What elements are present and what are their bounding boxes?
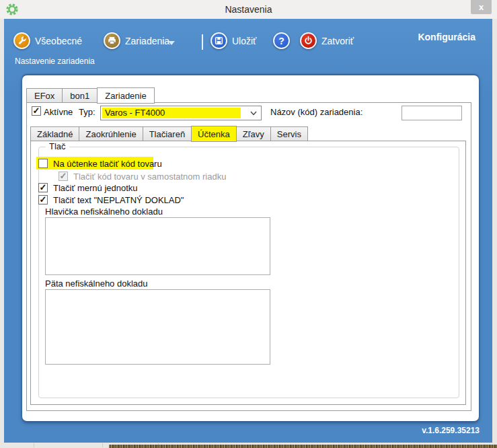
- header-doc-label: Hlavička nefiskálneho dokladu: [45, 207, 163, 217]
- help-icon: ?: [273, 32, 290, 49]
- print-item-code-checkbox[interactable]: [38, 159, 48, 168]
- active-checkbox[interactable]: ✓: [32, 106, 41, 116]
- tab-zaokruhlenie[interactable]: Zaokrúhlenie: [79, 126, 142, 141]
- tab-bon1[interactable]: bon1: [62, 88, 97, 103]
- print-invalid-doc-label: Tlačiť text "NEPLATNÝ DOKLAD": [53, 195, 184, 205]
- wrench-icon: [13, 32, 30, 49]
- close-config-label: Zatvoriť: [321, 36, 354, 46]
- print-item-code-label: Na účtenke tlačiť kód tovaru: [53, 159, 162, 169]
- tab-zlavy[interactable]: Zľavy: [237, 126, 270, 141]
- active-label: Aktívne: [44, 107, 73, 117]
- print-unit-label: Tlačiť mernú jednotku: [53, 183, 138, 193]
- combo-chevron-down-icon: [250, 111, 257, 116]
- check-icon: ✓: [33, 106, 40, 116]
- print-unit-checkbox[interactable]: ✓: [38, 183, 48, 192]
- device-type-value: Varos - FT4000: [102, 108, 241, 118]
- tab-uctenka[interactable]: Účtenka: [191, 126, 237, 142]
- tab-efox[interactable]: EFox: [26, 88, 62, 103]
- check-icon: ✓: [60, 171, 67, 181]
- brand-title: Konfigurácia: [418, 32, 475, 42]
- tab-zakladne[interactable]: Základné: [30, 126, 79, 141]
- close-config-button[interactable]: Zatvoriť: [300, 32, 354, 49]
- devices-button[interactable]: Zariadenia: [104, 32, 169, 49]
- footer-doc-label: Päta nefiskálneho dokladu: [45, 278, 148, 289]
- power-icon: [300, 32, 317, 49]
- version-label: v.1.6.259.35213: [422, 426, 480, 435]
- print-group-title: Tlač: [46, 141, 69, 151]
- item-code-own-line-checkbox: ✓: [59, 172, 68, 181]
- settings-panel: EFox bon1 Zariadenie ✓ Aktívne Typ: Varo…: [22, 75, 479, 421]
- devices-label: Zariadenia: [125, 36, 169, 46]
- frame-divider: [102, 443, 103, 447]
- help-button[interactable]: ?: [273, 32, 290, 49]
- save-button[interactable]: Uložiť: [211, 32, 256, 49]
- tab-zariadenie[interactable]: Zariadenie: [97, 87, 154, 104]
- question-mark-glyph: ?: [278, 36, 284, 46]
- device-name-label: Názov (kód) zariadenia:: [270, 107, 362, 117]
- settings-window: Nastavenia x Všeobecné Zariadenia: [0, 0, 497, 448]
- title-bar: Nastavenia x: [0, 0, 497, 19]
- tab-servis[interactable]: Servis: [270, 126, 308, 141]
- printer-icon: [104, 32, 120, 49]
- toolbar-separator: [202, 34, 203, 50]
- close-icon: x: [479, 2, 484, 12]
- device-name-input[interactable]: [402, 106, 462, 120]
- footer-doc-textarea[interactable]: [45, 289, 270, 365]
- save-floppy-icon: [211, 32, 227, 49]
- check-icon: ✓: [40, 194, 47, 204]
- general-settings-label: Všeobecné: [35, 36, 82, 46]
- section-tab-strip: Základné Zaokrúhlenie Tlačiareň Účtenka …: [30, 125, 308, 141]
- device-tab-strip: EFox bon1 Zariadenie: [26, 87, 155, 103]
- desktop-wallpaper-sliver: [109, 445, 497, 448]
- tab-tlaciaren[interactable]: Tlačiareň: [143, 126, 191, 141]
- type-label: Typ:: [79, 107, 95, 117]
- devices-dropdown-chevron-icon[interactable]: [168, 41, 175, 45]
- item-code-own-line-label: Tlačiť kód tovaru v samostatnom riadku: [73, 172, 226, 182]
- window-title: Nastavenia: [0, 0, 497, 19]
- device-type-select[interactable]: Varos - FT4000: [100, 106, 262, 120]
- header-doc-textarea[interactable]: [45, 217, 270, 275]
- save-label: Uložiť: [232, 36, 256, 46]
- check-icon: ✓: [40, 182, 47, 192]
- print-invalid-doc-checkbox[interactable]: ✓: [38, 195, 48, 204]
- toolbar-subtitle: Nastavenie zariadenia: [15, 57, 95, 66]
- general-settings-button[interactable]: Všeobecné: [13, 32, 82, 49]
- close-button[interactable]: x: [471, 0, 492, 14]
- frame-divider: [34, 443, 34, 447]
